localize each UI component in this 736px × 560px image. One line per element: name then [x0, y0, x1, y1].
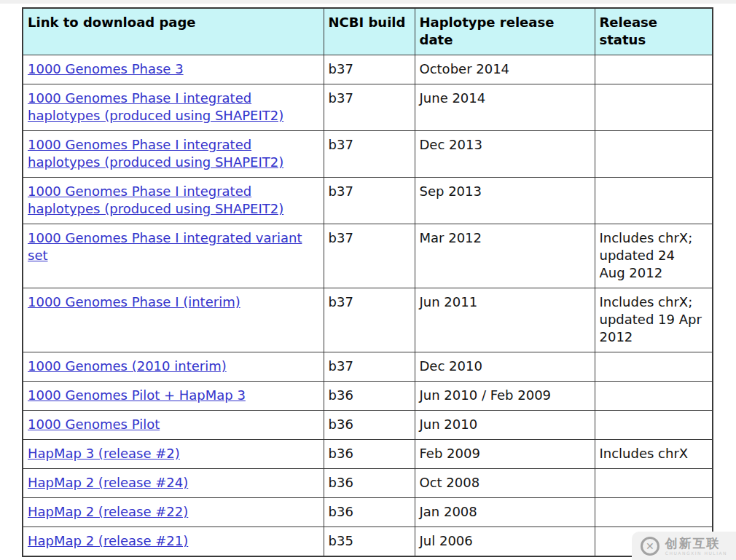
- table-row: HapMap 2 (release #21)b35Jul 2006: [23, 527, 713, 557]
- header-row: Link to download page NCBI build Haploty…: [23, 8, 713, 55]
- table-row: 1000 Genomes Phase 3b37October 2014: [23, 55, 713, 84]
- date-cell: Feb 2009: [415, 440, 595, 469]
- date-cell: June 2014: [415, 84, 595, 131]
- page: Link to download page NCBI build Haploty…: [0, 0, 736, 557]
- table-row: HapMap 2 (release #22)b36Jan 2008: [23, 498, 713, 527]
- download-page-link[interactable]: 1000 Genomes (2010 interim): [28, 358, 227, 374]
- date-cell: Dec 2010: [415, 352, 595, 382]
- date-cell: Oct 2008: [415, 469, 595, 498]
- table-row: 1000 Genomes Phase I integrated haplotyp…: [23, 131, 713, 178]
- download-page-cell: 1000 Genomes Pilot: [23, 411, 324, 440]
- top-edge-strip: [0, 0, 736, 4]
- date-cell: Mar 2012: [415, 224, 595, 288]
- status-cell: [595, 84, 713, 131]
- download-page-link[interactable]: 1000 Genomes Pilot + HapMap 3: [28, 387, 246, 403]
- date-cell: Jun 2010: [415, 411, 595, 440]
- status-cell: [595, 382, 713, 411]
- watermark-title: 创新互联: [665, 537, 727, 551]
- status-cell: [595, 469, 713, 498]
- download-page-cell: HapMap 2 (release #24): [23, 469, 324, 498]
- date-cell: Dec 2013: [415, 131, 595, 178]
- download-page-cell: HapMap 2 (release #21): [23, 527, 324, 557]
- download-page-link[interactable]: 1000 Genomes Phase I integrated haplotyp…: [28, 184, 283, 216]
- status-cell: Includes chrX: [595, 440, 713, 469]
- download-page-cell: 1000 Genomes (2010 interim): [23, 352, 324, 382]
- table-row: 1000 Genomes Pilotb36Jun 2010: [23, 411, 713, 440]
- build-cell: b36: [324, 498, 415, 527]
- build-cell: b37: [324, 288, 415, 352]
- download-page-link[interactable]: 1000 Genomes Phase I integrated variant …: [28, 230, 302, 263]
- table-row: HapMap 3 (release #2)b36Feb 2009Includes…: [23, 440, 713, 469]
- download-page-link[interactable]: 1000 Genomes Pilot: [28, 417, 160, 432]
- status-cell: [595, 55, 713, 84]
- table-row: 1000 Genomes Phase I (interim)b37Jun 201…: [23, 288, 713, 352]
- download-page-link[interactable]: HapMap 2 (release #24): [28, 475, 188, 490]
- build-cell: b36: [324, 411, 415, 440]
- watermark-logo-icon: ✕: [641, 537, 659, 556]
- table-row: 1000 Genomes Pilot + HapMap 3b36Jun 2010…: [23, 382, 713, 411]
- date-cell: Sep 2013: [415, 178, 595, 224]
- watermark: ✕ 创新互联 CHUANGXIN HULIAN: [632, 532, 736, 560]
- status-cell: [595, 352, 713, 382]
- status-cell: Includes chrX; updated 24 Aug 2012: [595, 224, 713, 288]
- download-page-link[interactable]: 1000 Genomes Phase I integrated haplotyp…: [28, 90, 283, 123]
- download-page-link[interactable]: 1000 Genomes Phase I (interim): [28, 294, 240, 309]
- watermark-subtitle: CHUANGXIN HULIAN: [665, 551, 727, 556]
- download-page-cell: HapMap 2 (release #22): [23, 498, 324, 527]
- download-page-link[interactable]: 1000 Genomes Phase 3: [28, 61, 184, 76]
- build-cell: b37: [324, 84, 415, 131]
- download-page-link[interactable]: HapMap 2 (release #21): [28, 533, 188, 548]
- download-page-link[interactable]: HapMap 3 (release #2): [28, 446, 180, 461]
- date-cell: Jan 2008: [415, 498, 595, 527]
- status-cell: [595, 131, 713, 178]
- date-cell: Jul 2006: [415, 527, 595, 557]
- watermark-text: 创新互联 CHUANGXIN HULIAN: [665, 537, 727, 556]
- table-row: 1000 Genomes Phase I integrated variant …: [23, 224, 713, 288]
- status-cell: [595, 498, 713, 527]
- build-cell: b37: [324, 178, 415, 224]
- download-page-cell: 1000 Genomes Phase 3: [23, 55, 324, 84]
- build-cell: b37: [324, 224, 415, 288]
- col-header-ncbi-build: NCBI build: [324, 8, 415, 55]
- build-cell: b37: [324, 131, 415, 178]
- build-cell: b36: [324, 440, 415, 469]
- download-page-link[interactable]: HapMap 2 (release #22): [28, 504, 188, 519]
- status-cell: [595, 411, 713, 440]
- download-page-cell: 1000 Genomes Phase I integrated haplotyp…: [23, 84, 324, 131]
- download-page-cell: 1000 Genomes Pilot + HapMap 3: [23, 382, 324, 411]
- status-cell: Includes chrX; updated 19 Apr 2012: [595, 288, 713, 352]
- table-row: HapMap 2 (release #24)b36Oct 2008: [23, 469, 713, 498]
- build-cell: b37: [324, 352, 415, 382]
- date-cell: Jun 2010 / Feb 2009: [415, 382, 595, 411]
- col-header-release-date: Haplotype release date: [415, 8, 595, 55]
- status-cell: [595, 178, 713, 224]
- date-cell: Jun 2011: [415, 288, 595, 352]
- haplotype-release-table: Link to download page NCBI build Haploty…: [22, 7, 713, 557]
- table-row: 1000 Genomes (2010 interim)b37Dec 2010: [23, 352, 713, 382]
- col-header-download-page: Link to download page: [23, 8, 324, 55]
- download-page-cell: 1000 Genomes Phase I integrated haplotyp…: [23, 178, 324, 224]
- table-row: 1000 Genomes Phase I integrated haplotyp…: [23, 178, 713, 224]
- date-cell: October 2014: [415, 55, 595, 84]
- download-page-cell: 1000 Genomes Phase I integrated haplotyp…: [23, 131, 324, 178]
- build-cell: b35: [324, 527, 415, 557]
- col-header-release-status: Release status: [595, 8, 713, 55]
- build-cell: b37: [324, 55, 415, 84]
- download-page-cell: 1000 Genomes Phase I (interim): [23, 288, 324, 352]
- build-cell: b36: [324, 469, 415, 498]
- download-page-link[interactable]: 1000 Genomes Phase I integrated haplotyp…: [28, 137, 283, 170]
- download-page-cell: 1000 Genomes Phase I integrated variant …: [23, 224, 324, 288]
- table-row: 1000 Genomes Phase I integrated haplotyp…: [23, 84, 713, 131]
- download-page-cell: HapMap 3 (release #2): [23, 440, 324, 469]
- build-cell: b36: [324, 382, 415, 411]
